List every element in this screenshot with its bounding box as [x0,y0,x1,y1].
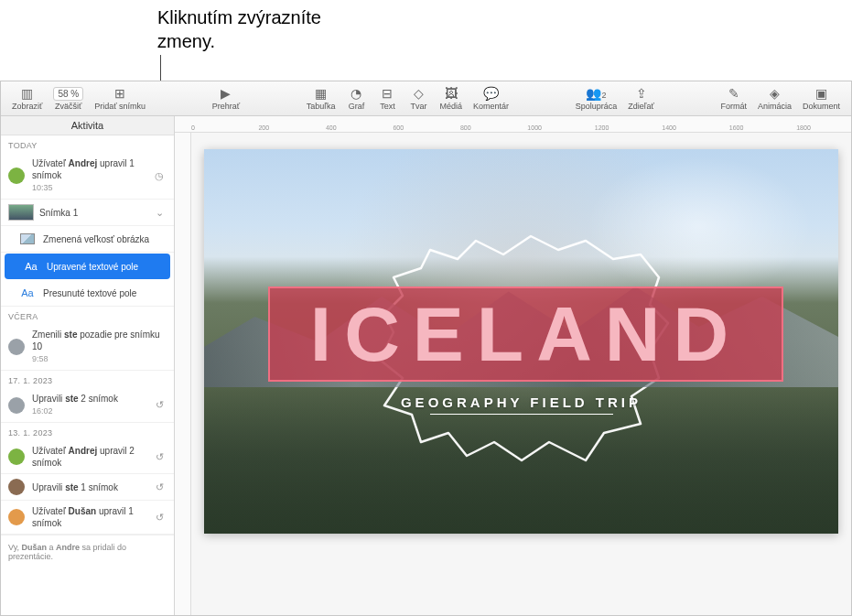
chevron-down-icon[interactable]: ⌄ [152,207,167,219]
sidebar-footnote: Vy, Dušan a Andre sa pridali do prezentá… [1,535,174,568]
ruler-vertical [175,133,191,615]
activity-text: Zmenili ste pozadie pre snímku 10 9:58 [32,329,167,365]
callout-label: Kliknutím zvýrazníte zmeny. [157,5,321,53]
zoom-button[interactable]: 58 % Zväčšiť [48,84,89,113]
comment-icon: 💬 [483,86,499,101]
text-button[interactable]: ⊟ Text [372,84,403,113]
text-aa-icon: Aa [23,260,39,273]
activity-text: Užívateľ Andrej upravil 1 snímok 10:35 [32,157,152,194]
stage[interactable]: ICELAND GEOGRAPHY FIELD TRIP [191,133,851,615]
activity-text: Užívateľ Dušan upravil 1 snímok [32,505,152,529]
activity-text: Užívateľ Andrej upravil 2 snímok [32,445,152,469]
brush-icon: ✎ [728,86,739,101]
activity-sidebar: Aktivita TODAY Užívateľ Andrej upravil 1… [1,116,175,615]
slide-title: ICELAND [310,290,741,379]
ruler-mark: 200 [258,124,269,131]
section-date2: 13. 1. 2023 [1,423,174,440]
image-icon [19,232,36,245]
shape-button[interactable]: ◇ Tvar [403,84,434,113]
ruler-mark: 1000 [527,124,542,131]
ruler-horizontal: 020040060080010001200140016001800 [175,116,851,133]
ruler-mark: 0 [191,124,195,131]
document-icon: ▣ [815,86,827,101]
change-resize[interactable]: Zmenená veľkosť obrázka [1,226,174,253]
avatar [8,397,25,414]
slide-label: Snímka 1 [39,207,152,219]
ruler-mark: 1400 [662,124,676,131]
ruler-mark: 1600 [729,124,744,131]
activity-row[interactable]: Upravili ste 1 snímok ↺ [1,474,174,501]
ruler-mark: 1200 [595,124,609,131]
text-aa-icon: Aa [19,286,36,299]
activity-row[interactable]: Užívateľ Andrej upravil 1 snímok 10:35 ◷ [1,153,174,200]
section-yesterday: Včera [1,307,174,324]
document-button[interactable]: ▣ Dokument [797,84,846,113]
slide[interactable]: ICELAND GEOGRAPHY FIELD TRIP [204,149,838,534]
comment-button[interactable]: 💬 Komentár [468,84,514,113]
sidebar-scroll[interactable]: TODAY Užívateľ Andrej upravil 1 snímok 1… [1,135,174,615]
activity-text: Upravili ste 2 snímok 16:02 [32,393,152,417]
play-icon: ▶ [221,86,231,101]
zoom-value: 58 % [53,87,83,101]
chart-button[interactable]: ◔ Graf [340,84,372,113]
avatar [8,509,25,525]
change-move-text[interactable]: Aa Presunuté textové pole [1,280,174,307]
toolbar: ▥ Zobraziť 58 % Zväčšiť ⊞ Pridať snímku … [1,81,851,116]
avatar [8,168,25,184]
media-button[interactable]: 🖼 Médiá [434,84,468,113]
share-icon: ⇪ [636,86,647,101]
avatar [8,339,25,355]
section-date1: 17. 1. 2023 [1,371,174,388]
ruler-mark: 800 [460,124,471,131]
activity-row[interactable]: Užívateľ Dušan upravil 1 snímok ↺ [1,501,174,535]
format-button[interactable]: ✎ Formát [715,84,752,113]
change-edit-text[interactable]: Aa Upravené textové pole [5,254,170,279]
table-icon: ▦ [315,86,327,101]
activity-text: Upravili ste 1 snímok [32,481,152,493]
collab-button[interactable]: 👥2 Spolupráca [570,84,623,113]
activity-row[interactable]: Zmenili ste pozadie pre snímku 10 9:58 [1,324,174,371]
activity-row[interactable]: Upravili ste 2 snímok 16:02 ↺ [1,388,174,423]
animate-button[interactable]: ◈ Animácia [752,84,797,113]
sidebar-title: Aktivita [1,116,174,135]
share-button[interactable]: ⇪ Zdieľať [622,84,660,113]
activity-row[interactable]: Užívateľ Andrej upravil 2 snímok ↺ [1,440,174,474]
view-button[interactable]: ▥ Zobraziť [6,84,48,113]
app-window: ▥ Zobraziť 58 % Zväčšiť ⊞ Pridať snímku … [0,81,852,616]
title-text-box[interactable]: ICELAND [268,286,783,382]
ruler-mark: 400 [326,124,337,131]
shape-icon: ◇ [414,86,424,101]
clock-icon: ◷ [152,170,167,182]
add-slide-button[interactable]: ⊞ Pridať snímku [89,84,151,113]
avatar [8,448,25,465]
slide-thumbnail [8,204,34,221]
sidebar-layout-icon: ▥ [21,86,33,101]
text-icon: ⊟ [382,86,393,101]
section-today: TODAY [1,135,174,153]
diamond-icon: ◈ [770,86,780,101]
history-icon: ↺ [152,481,167,493]
chart-icon: ◔ [351,86,361,101]
slide-row[interactable]: Snímka 1 ⌄ [1,200,174,226]
canvas-area: 020040060080010001200140016001800 ICELAN… [175,116,851,615]
media-icon: 🖼 [445,86,458,101]
history-icon: ↺ [152,399,167,411]
people-icon: 👥2 [586,86,606,101]
history-icon: ↺ [152,451,167,463]
play-button[interactable]: ▶ Prehrať [207,84,245,113]
slide-subtitle[interactable]: GEOGRAPHY FIELD TRIP [204,394,838,415]
history-icon: ↺ [152,512,167,524]
table-button[interactable]: ▦ Tabuľka [301,84,341,113]
ruler-mark: 600 [393,124,404,131]
plus-icon: ⊞ [114,86,125,101]
ruler-mark: 1800 [796,124,811,131]
avatar [8,479,25,495]
